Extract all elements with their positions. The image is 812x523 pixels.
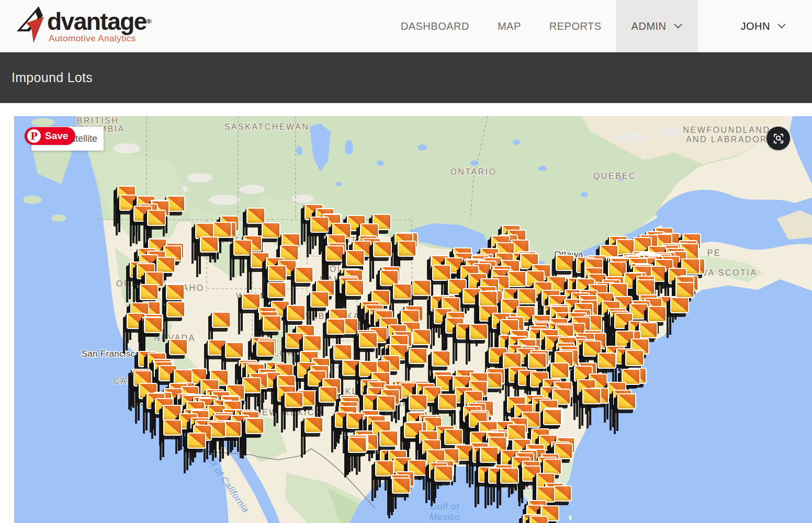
brand-arrow-icon — [16, 4, 49, 43]
marker-flag-icon — [163, 419, 182, 436]
marker-flag-icon — [326, 319, 345, 335]
marker-flag-icon — [507, 424, 526, 440]
marker-flag-icon — [310, 217, 329, 233]
marker-flag-icon — [140, 284, 159, 300]
marker-flag-icon — [500, 468, 519, 484]
marker-flag-icon — [379, 430, 398, 447]
nav-admin-label: ADMIN — [631, 20, 667, 32]
impound-lot-marker[interactable] — [199, 236, 220, 275]
marker-flag-icon — [304, 417, 323, 433]
marker-flag-icon — [246, 208, 265, 224]
marker-flag-icon — [636, 279, 655, 295]
nav-map[interactable]: MAP — [483, 0, 535, 52]
marker-flag-icon — [169, 339, 188, 355]
marker-flag-icon — [648, 306, 667, 322]
map-canvas[interactable]: BRITISHCOLUMBIASASKATCHEWANONTARIOQUEBEC… — [14, 116, 812, 523]
registered-mark: ® — [146, 17, 151, 25]
impound-lot-marker[interactable] — [244, 418, 265, 457]
impound-lot-marker[interactable] — [186, 433, 207, 471]
marker-flag-icon — [444, 429, 463, 445]
marker-flag-icon — [550, 362, 569, 379]
impound-lot-marker[interactable] — [303, 417, 324, 456]
marker-flag-icon — [325, 245, 344, 262]
nav-admin[interactable]: ADMIN — [616, 0, 698, 52]
marker-flag-icon — [377, 395, 396, 412]
marker-flag-icon — [303, 335, 322, 351]
impound-lot-marker[interactable] — [616, 393, 637, 432]
impound-lot-marker[interactable] — [468, 324, 489, 362]
user-menu-label: JOHN — [741, 20, 770, 32]
marker-flag-icon — [398, 241, 416, 257]
marker-flag-icon — [543, 409, 562, 425]
marker-flag-icon — [333, 344, 352, 360]
chevron-down-icon — [674, 24, 682, 29]
marker-flag-icon — [200, 236, 219, 253]
marker-flag-icon — [319, 386, 337, 403]
marker-flag-icon — [625, 350, 644, 366]
impound-lot-marker[interactable] — [581, 388, 602, 427]
marker-flag-icon — [166, 284, 185, 300]
marker-flag-icon — [267, 282, 286, 298]
app-header: dvantage® Automotive Analytics DASHBOARD… — [0, 0, 812, 52]
marker-flag-icon — [582, 388, 601, 404]
impound-lot-marker[interactable] — [143, 317, 164, 356]
marker-flag-icon — [245, 418, 264, 434]
brand-name: dvantage® — [47, 9, 151, 33]
marker-flag-icon — [212, 312, 231, 328]
marker-flag-icon — [348, 437, 367, 453]
marker-flag-icon — [213, 222, 232, 238]
impound-lot-marker[interactable] — [669, 297, 690, 336]
pinterest-save-button[interactable]: P Save — [25, 127, 75, 145]
marker-flag-icon — [529, 516, 548, 523]
marker-flag-icon — [479, 291, 498, 307]
nav-map-label: MAP — [498, 20, 521, 32]
marker-flag-icon — [617, 393, 636, 410]
marker-flag-icon — [262, 222, 280, 238]
marker-flag-icon — [346, 250, 365, 266]
marker-flag-icon — [434, 465, 453, 482]
marker-flag-icon — [345, 280, 364, 296]
marker-flag-icon — [268, 265, 287, 281]
marker-flag-icon — [285, 392, 303, 408]
marker-flag-icon — [144, 317, 163, 333]
chevron-down-icon — [777, 24, 786, 29]
marker-flag-icon — [670, 297, 689, 313]
lens-button[interactable] — [766, 127, 790, 150]
marker-flag-icon — [597, 353, 616, 369]
marker-flag-icon — [438, 394, 457, 410]
nav-dashboard[interactable]: DASHBOARD — [387, 0, 483, 52]
impound-lot-marker[interactable] — [347, 437, 368, 475]
page-title-bar: Impound Lots — [0, 52, 812, 103]
marker-flag-icon — [147, 210, 166, 226]
impound-lot-marker[interactable] — [528, 516, 549, 523]
brand-logo[interactable]: dvantage® Automotive Analytics — [16, 4, 151, 44]
marker-flag-icon — [432, 350, 450, 367]
nav-reports[interactable]: REPORTS — [535, 0, 616, 52]
marker-layer — [14, 116, 812, 523]
impound-lot-marker[interactable] — [284, 392, 304, 430]
marker-flag-icon — [287, 305, 306, 321]
marker-flag-icon — [412, 280, 431, 296]
main-nav: DASHBOARD MAP REPORTS ADMIN JOHN — [387, 0, 812, 52]
marker-flag-icon — [285, 333, 304, 349]
marker-flag-icon — [469, 324, 488, 340]
marker-flag-icon — [225, 342, 244, 358]
marker-flag-icon — [392, 477, 411, 494]
impound-lot-marker[interactable] — [433, 465, 454, 504]
marker-flag-icon — [675, 282, 694, 298]
marker-flag-icon — [480, 447, 499, 463]
impound-lot-marker[interactable] — [499, 468, 520, 506]
marker-flag-icon — [166, 301, 185, 317]
impound-lot-marker[interactable] — [391, 477, 412, 516]
marker-flag-icon — [412, 329, 431, 345]
impound-lot-marker[interactable] — [162, 419, 183, 458]
impound-lot-marker[interactable] — [165, 301, 186, 340]
nav-dashboard-label: DASHBOARD — [401, 20, 469, 32]
search-lens-icon — [772, 132, 785, 145]
pinterest-icon: P — [27, 129, 41, 143]
marker-flag-icon — [409, 348, 427, 364]
marker-flag-icon — [187, 433, 206, 449]
marker-flag-icon — [310, 291, 329, 308]
user-menu[interactable]: JOHN — [727, 0, 812, 52]
marker-flag-icon — [263, 315, 281, 332]
